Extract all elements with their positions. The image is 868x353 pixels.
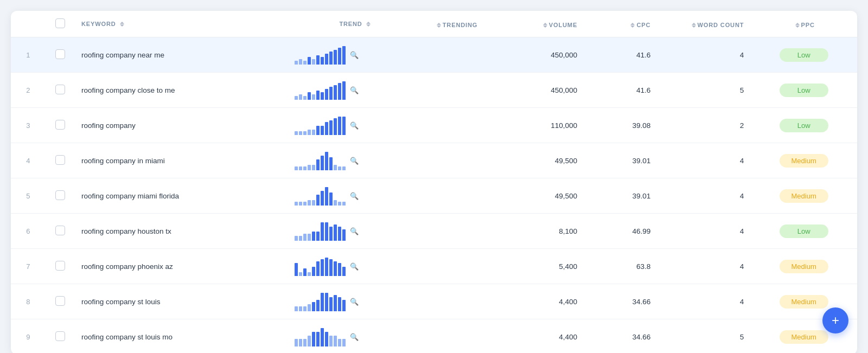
row-trending bbox=[422, 143, 490, 178]
row-ppc: Low bbox=[750, 73, 857, 108]
row-num: 8 bbox=[11, 284, 46, 319]
row-trend: 🔍 bbox=[288, 284, 422, 319]
trend-search-icon[interactable]: 🔍 bbox=[350, 86, 359, 94]
row-num: 5 bbox=[11, 178, 46, 214]
row-volume: 5,400 bbox=[490, 249, 584, 284]
col-trend-header[interactable]: TREND bbox=[288, 11, 422, 37]
row-cpc: 41.6 bbox=[584, 37, 657, 73]
ppc-badge: Medium bbox=[780, 260, 828, 273]
row-ppc: Medium bbox=[750, 178, 857, 214]
row-volume: 4,400 bbox=[490, 319, 584, 354]
row-keyword: roofing company houston tx bbox=[75, 214, 288, 249]
row-checkbox[interactable] bbox=[55, 226, 65, 235]
row-cpc: 39.01 bbox=[584, 143, 657, 178]
table-row: 5roofing company miami florida🔍49,50039.… bbox=[11, 178, 857, 214]
trend-sort-icon[interactable] bbox=[366, 22, 371, 27]
ppc-badge: Low bbox=[780, 119, 828, 132]
row-checkbox[interactable] bbox=[55, 85, 65, 94]
table-row: 9roofing company st louis mo🔍4,40034.665… bbox=[11, 319, 857, 354]
volume-sort-icon[interactable] bbox=[543, 23, 547, 28]
trend-search-icon[interactable]: 🔍 bbox=[350, 121, 359, 130]
trend-search-icon[interactable]: 🔍 bbox=[350, 192, 359, 200]
row-volume: 8,100 bbox=[490, 214, 584, 249]
trend-search-icon[interactable]: 🔍 bbox=[350, 333, 359, 341]
row-cpc: 46.99 bbox=[584, 214, 657, 249]
row-checkbox-cell bbox=[46, 214, 75, 249]
row-keyword: roofing company in miami bbox=[75, 143, 288, 178]
row-num: 9 bbox=[11, 319, 46, 354]
trend-search-icon[interactable]: 🔍 bbox=[350, 298, 359, 306]
row-cpc: 39.08 bbox=[584, 108, 657, 143]
row-volume: 49,500 bbox=[490, 178, 584, 214]
col-check bbox=[46, 11, 75, 37]
row-ppc: Medium bbox=[750, 249, 857, 284]
ppc-badge: Low bbox=[780, 84, 828, 97]
row-checkbox[interactable] bbox=[55, 190, 65, 200]
row-keyword: roofing company phoenix az bbox=[75, 249, 288, 284]
row-trending bbox=[422, 37, 490, 73]
row-checkbox[interactable] bbox=[55, 261, 65, 271]
cpc-sort-icon[interactable] bbox=[630, 23, 635, 28]
row-checkbox[interactable] bbox=[55, 331, 65, 341]
row-trending bbox=[422, 319, 490, 354]
ppc-badge: Low bbox=[780, 48, 828, 62]
row-cpc: 63.8 bbox=[584, 249, 657, 284]
row-wordcount: 5 bbox=[657, 319, 750, 354]
col-ppc-header[interactable]: PPC bbox=[750, 11, 857, 37]
row-trend: 🔍 bbox=[288, 143, 422, 178]
row-keyword: roofing company miami florida bbox=[75, 178, 288, 214]
col-cpc-header[interactable]: CPC bbox=[584, 11, 657, 37]
trend-search-icon[interactable]: 🔍 bbox=[350, 157, 359, 165]
ppc-badge: Low bbox=[780, 224, 828, 238]
trending-sort-icon-left[interactable] bbox=[437, 23, 441, 28]
row-ppc: Low bbox=[750, 37, 857, 73]
row-trending bbox=[422, 249, 490, 284]
row-wordcount: 4 bbox=[657, 37, 750, 73]
wordcount-sort-icon[interactable] bbox=[692, 23, 696, 28]
col-trending-header[interactable]: TRENDING bbox=[422, 11, 490, 37]
row-keyword: roofing company close to me bbox=[75, 73, 288, 108]
trend-search-icon[interactable]: 🔍 bbox=[350, 51, 359, 59]
fab-button[interactable]: + bbox=[822, 307, 848, 333]
row-trend: 🔍 bbox=[288, 214, 422, 249]
row-trending bbox=[422, 178, 490, 214]
row-checkbox[interactable] bbox=[55, 296, 65, 306]
row-ppc: Low bbox=[750, 108, 857, 143]
row-checkbox[interactable] bbox=[55, 155, 65, 165]
row-checkbox-cell bbox=[46, 143, 75, 178]
trend-search-icon[interactable]: 🔍 bbox=[350, 262, 359, 271]
row-checkbox-cell bbox=[46, 108, 75, 143]
row-volume: 49,500 bbox=[490, 143, 584, 178]
row-wordcount: 4 bbox=[657, 284, 750, 319]
table-header: KEYWORD TREND bbox=[11, 11, 857, 37]
row-checkbox-cell bbox=[46, 284, 75, 319]
keyword-sort-icon[interactable] bbox=[120, 22, 124, 27]
row-volume: 450,000 bbox=[490, 73, 584, 108]
row-trending bbox=[422, 214, 490, 249]
col-keyword-header[interactable]: KEYWORD bbox=[75, 11, 288, 37]
row-checkbox[interactable] bbox=[55, 120, 65, 130]
row-ppc: Medium bbox=[750, 143, 857, 178]
row-wordcount: 4 bbox=[657, 178, 750, 214]
row-wordcount: 4 bbox=[657, 143, 750, 178]
row-checkbox-cell bbox=[46, 319, 75, 354]
col-volume-header[interactable]: VOLUME bbox=[490, 11, 584, 37]
trend-search-icon[interactable]: 🔍 bbox=[350, 227, 359, 235]
row-cpc: 39.01 bbox=[584, 178, 657, 214]
row-trending bbox=[422, 108, 490, 143]
row-wordcount: 5 bbox=[657, 73, 750, 108]
row-volume: 4,400 bbox=[490, 284, 584, 319]
row-wordcount: 4 bbox=[657, 249, 750, 284]
row-checkbox[interactable] bbox=[55, 49, 65, 59]
select-all-checkbox[interactable] bbox=[55, 18, 65, 28]
row-trend: 🔍 bbox=[288, 249, 422, 284]
col-wordcount-header[interactable]: WORD COUNT bbox=[657, 11, 750, 37]
table-row: 3roofing company🔍110,00039.082Low bbox=[11, 108, 857, 143]
row-num: 6 bbox=[11, 214, 46, 249]
row-trend: 🔍 bbox=[288, 178, 422, 214]
ppc-badge: Medium bbox=[780, 295, 828, 309]
row-num: 2 bbox=[11, 73, 46, 108]
row-wordcount: 2 bbox=[657, 108, 750, 143]
ppc-sort-icon[interactable] bbox=[795, 23, 800, 28]
table-row: 4roofing company in miami🔍49,50039.014Me… bbox=[11, 143, 857, 178]
